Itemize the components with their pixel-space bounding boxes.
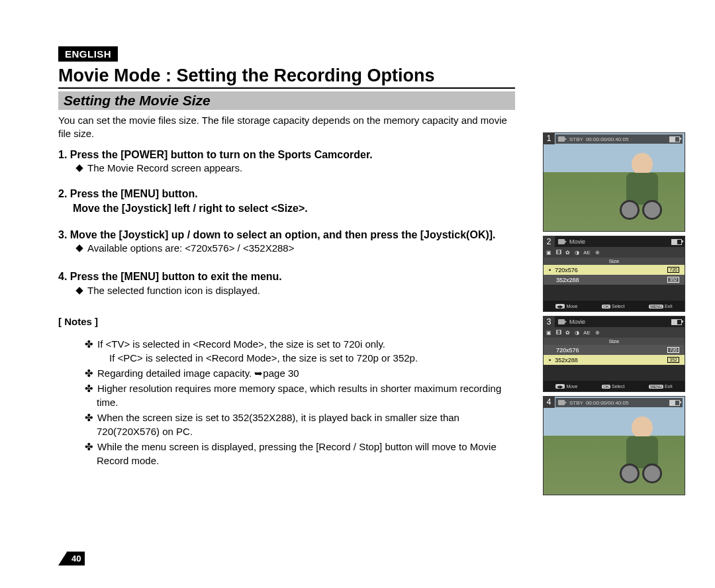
screenshot-3: 3 Movie ▣ 🎞 ✿ ◑ AE ⊕ Size 720x576720 •35…: [543, 316, 685, 392]
step-2a: 2. Press the [MENU] button.: [58, 187, 515, 201]
note-item: ✤When the screen size is set to 352(352X…: [85, 411, 515, 438]
status-overlay: STBY 00:00:00/00:40:05: [555, 398, 683, 407]
subject-illustration: [620, 416, 666, 486]
step-4: 4. Press the [MENU] button to exit the m…: [58, 270, 515, 284]
diamond-bullet-icon: [75, 244, 83, 252]
manual-page: ENGLISH Movie Mode : Setting the Recordi…: [0, 0, 715, 588]
menu-hints: ◀▶Move OKSelect MENUExit: [544, 301, 685, 311]
triangle-icon: [58, 551, 68, 565]
intro-text: You can set the movie files size. The fi…: [58, 114, 515, 141]
language-badge: ENGLISH: [58, 46, 118, 62]
subject-illustration: [620, 153, 666, 222]
movie-icon: [558, 239, 565, 244]
menu-option-720[interactable]: •720x576720: [544, 265, 685, 275]
screenshot-1: 1 STBY 00:00:00/00:40:05: [543, 132, 685, 232]
clover-bullet-icon: ✤: [85, 441, 93, 452]
menu-option-352[interactable]: •352x288352: [544, 355, 685, 365]
battery-icon: [669, 400, 680, 406]
camera-preview: STBY 00:00:00/00:40:05: [543, 132, 685, 232]
content-column: ENGLISH Movie Mode : Setting the Recordi…: [58, 46, 515, 467]
menu-screen: Movie ▣ 🎞 ✿ ◑ AE ⊕ Size 720x576720 •352x…: [543, 316, 685, 392]
menu-titlebar: Movie: [544, 236, 685, 247]
note-item: ✤While the menu screen is displayed, pre…: [85, 440, 515, 467]
clover-bullet-icon: ✤: [85, 383, 93, 394]
note-item: ✤If <TV> is selected in <Record Mode>, t…: [85, 337, 515, 365]
page-number-badge: 40: [58, 551, 85, 565]
screenshots-column: 1 STBY 00:00:00/00:40:05 2 Movie ▣ 🎞 ✿ ◑…: [543, 132, 685, 499]
screenshot-number: 1: [543, 132, 555, 144]
menu-icon-row: ▣ 🎞 ✿ ◑ AE ⊕: [544, 247, 685, 258]
step-2b: Move the [Joystick] left / right to sele…: [73, 201, 515, 216]
screenshot-number: 4: [543, 396, 555, 408]
status-overlay: STBY 00:00:00/00:40:05: [555, 134, 683, 144]
step-1: 1. Press the [POWER] button to turn on t…: [58, 148, 515, 162]
movie-icon: [558, 319, 565, 324]
note-item: ✤Regarding detailed image capacity. ➥pag…: [85, 366, 515, 380]
notes-list: ✤If <TV> is selected in <Record Mode>, t…: [58, 337, 515, 467]
screenshot-number: 2: [543, 236, 555, 248]
menu-hints: ◀▶Move OKSelect MENUExit: [544, 381, 685, 391]
note-item: ✤Higher resolution requires more memory …: [85, 381, 515, 409]
clover-bullet-icon: ✤: [85, 338, 93, 350]
section-heading: Setting the Movie Size: [58, 91, 515, 110]
screenshot-number: 3: [543, 316, 555, 328]
step-3-sub: Available options are: <720x576> / <352X…: [77, 242, 515, 255]
notes-heading: [ Notes ]: [58, 316, 515, 327]
menu-section-label: Size: [544, 338, 685, 345]
menu-screen: Movie ▣ 🎞 ✿ ◑ AE ⊕ Size •720x576720 352x…: [543, 236, 685, 312]
battery-icon: [669, 136, 680, 142]
menu-option-720[interactable]: 720x576720: [544, 345, 685, 355]
battery-icon: [671, 319, 682, 325]
page-title: Movie Mode : Setting the Recording Optio…: [58, 66, 515, 89]
steps-block: 1. Press the [POWER] button to turn on t…: [58, 148, 515, 298]
menu-icon-row: ▣ 🎞 ✿ ◑ AE ⊕: [544, 327, 685, 338]
menu-titlebar: Movie: [544, 317, 685, 327]
step-3: 3. Move the [Joystick] up / down to sele…: [58, 228, 515, 242]
screenshot-2: 2 Movie ▣ 🎞 ✿ ◑ AE ⊕ Size •720x576720 35…: [543, 236, 685, 312]
battery-icon: [671, 239, 682, 245]
diamond-bullet-icon: [75, 287, 83, 294]
menu-option-352[interactable]: 352x288352: [544, 275, 685, 285]
step-1-sub: The Movie Record screen appears.: [77, 162, 515, 175]
clover-bullet-icon: ✤: [85, 412, 93, 423]
movie-icon: [558, 136, 565, 142]
menu-section-label: Size: [544, 258, 685, 265]
clover-bullet-icon: ✤: [85, 368, 93, 379]
camera-preview: STBY 00:00:00/00:40:05: [543, 396, 685, 495]
movie-icon: [558, 400, 565, 405]
diamond-bullet-icon: [75, 164, 83, 172]
step-4-sub: The selected function icon is displayed.: [77, 284, 515, 297]
screenshot-4: 4 STBY 00:00:00/00:40:05: [543, 396, 685, 495]
